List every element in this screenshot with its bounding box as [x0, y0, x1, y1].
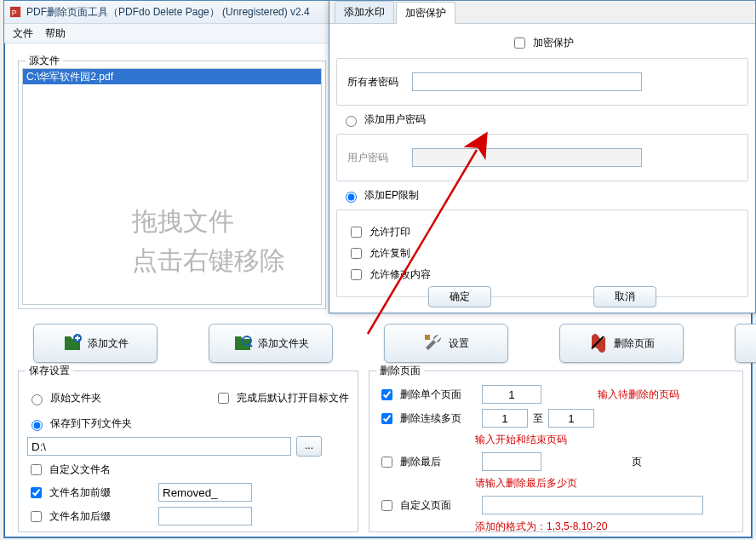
auto-open-checkbox[interactable]: [218, 393, 229, 404]
tab-encrypt[interactable]: 加密保护: [396, 2, 455, 24]
delete-page-group: 删除页面 删除单个页面 输入待删除的页码 删除连续多页 至: [369, 371, 743, 532]
user-pw-input[interactable]: [412, 148, 642, 167]
save-path-input[interactable]: [27, 437, 291, 456]
user-pw-group: 用户密码: [336, 134, 748, 181]
app-logo-icon: P: [9, 6, 21, 18]
register-button[interactable]: 注册: [735, 324, 756, 363]
save-settings-legend: 保存设置: [26, 364, 73, 378]
save-to-folder-label: 保存到下列文件夹: [50, 416, 132, 431]
delete-page-label: 删除页面: [614, 336, 655, 351]
custom-pages-input[interactable]: [482, 496, 703, 514]
ok-button[interactable]: 确定: [428, 286, 491, 307]
prefix-checkbox[interactable]: [31, 487, 42, 498]
svg-rect-4: [425, 335, 430, 340]
suffix-label: 文件名加后缀: [49, 509, 111, 524]
auto-open-label: 完成后默认打开目标文件: [237, 391, 349, 405]
range-from-input[interactable]: [482, 409, 528, 428]
custom-name-label: 自定义文件名: [49, 462, 111, 477]
tab-watermark[interactable]: 添加水印: [335, 1, 394, 23]
delete-range-label: 删除连续多页: [400, 411, 477, 426]
single-page-input[interactable]: [482, 385, 541, 404]
range-hint: 输入开始和结束页码: [475, 433, 567, 447]
last-hint: 请输入删除最后多少页: [475, 476, 577, 491]
source-files-group: 源文件 C:\华军软件园2.pdf: [18, 60, 326, 309]
allow-copy-label: 允许复制: [369, 246, 410, 261]
encrypt-checkbox[interactable]: [514, 37, 525, 49]
single-hint: 输入待删除的页码: [598, 388, 679, 402]
dialog-tabs: 添加水印 加密保护: [329, 1, 755, 24]
allow-print-label: 允许打印: [369, 225, 410, 239]
allow-modify-checkbox[interactable]: [351, 269, 362, 280]
settings-dialog: 添加水印 加密保护 加密保护 所有者密码 添加用户密码 用户密码: [329, 0, 756, 313]
source-files-legend: 源文件: [26, 54, 63, 68]
prefix-label: 文件名加前缀: [49, 485, 111, 500]
allow-print-checkbox[interactable]: [351, 227, 362, 238]
allow-modify-label: 允许修改内容: [369, 267, 431, 282]
save-settings-group: 保存设置 原始文件夹 完成后默认打开目标文件 保存到下列文件夹 ... 自定义文…: [18, 371, 358, 532]
user-pw-label: 用户密码: [347, 151, 407, 165]
encrypt-label: 加密保护: [533, 36, 574, 50]
suffix-checkbox[interactable]: [31, 511, 42, 522]
delete-page-button[interactable]: 删除页面: [559, 324, 684, 363]
custom-pages-label: 自定义页面: [400, 498, 477, 513]
add-restrict-radio[interactable]: [346, 192, 357, 203]
delete-page-legend: 删除页面: [376, 364, 424, 378]
add-folder-button[interactable]: 添加文件夹: [209, 324, 333, 363]
last-pages-input[interactable]: [482, 452, 541, 471]
wrench-icon: [423, 333, 444, 353]
owner-pw-input[interactable]: [412, 72, 642, 91]
add-file-button[interactable]: 添加文件: [33, 324, 158, 363]
original-folder-radio[interactable]: [32, 394, 43, 405]
settings-label: 设置: [449, 336, 469, 351]
folder-add-icon: [62, 333, 83, 353]
custom-hint: 添加的格式为：1,3,5-8,10-20: [475, 520, 607, 534]
owner-pw-label: 所有者密码: [347, 75, 407, 89]
range-to-label: 至: [533, 411, 543, 426]
toolbar-row: 添加文件 添加文件夹 设置 删除页面 注册: [23, 319, 733, 367]
menu-file[interactable]: 文件: [13, 26, 33, 41]
svg-text:P: P: [12, 9, 17, 17]
add-user-pw-label: 添加用户密码: [364, 112, 426, 127]
range-to-input[interactable]: [548, 409, 594, 428]
file-item[interactable]: C:\华军软件园2.pdf: [23, 69, 321, 84]
add-folder-label: 添加文件夹: [258, 336, 309, 351]
pdf-delete-icon: [588, 333, 609, 353]
custom-pages-checkbox[interactable]: [381, 500, 392, 511]
custom-name-checkbox[interactable]: [31, 464, 42, 475]
add-user-pw-radio[interactable]: [346, 116, 357, 127]
menu-help[interactable]: 帮助: [45, 26, 66, 41]
suffix-input[interactable]: [158, 507, 252, 526]
window-title: PDF删除页面工具（PDFdo Delete Page） (Unregister…: [26, 5, 310, 20]
last-unit-label: 页: [632, 455, 642, 469]
allow-copy-checkbox[interactable]: [351, 248, 362, 259]
prefix-input[interactable]: [158, 483, 252, 502]
delete-single-checkbox[interactable]: [381, 389, 392, 400]
add-restrict-label: 添加EP限制: [364, 188, 419, 203]
add-file-label: 添加文件: [88, 336, 129, 351]
delete-range-checkbox[interactable]: [381, 413, 392, 424]
original-folder-label: 原始文件夹: [50, 391, 101, 405]
owner-pw-group: 所有者密码: [336, 58, 748, 106]
file-list[interactable]: C:\华军软件园2.pdf: [22, 68, 322, 305]
save-to-folder-radio[interactable]: [32, 420, 43, 431]
folder-search-icon: [232, 333, 253, 353]
restrict-group: 允许打印 允许复制 允许修改内容: [336, 210, 748, 297]
settings-button[interactable]: 设置: [384, 324, 508, 363]
delete-last-label: 删除最后: [400, 455, 477, 469]
delete-single-label: 删除单个页面: [400, 388, 477, 402]
browse-button[interactable]: ...: [296, 436, 322, 457]
delete-last-checkbox[interactable]: [381, 457, 392, 468]
cancel-button[interactable]: 取消: [593, 286, 656, 307]
